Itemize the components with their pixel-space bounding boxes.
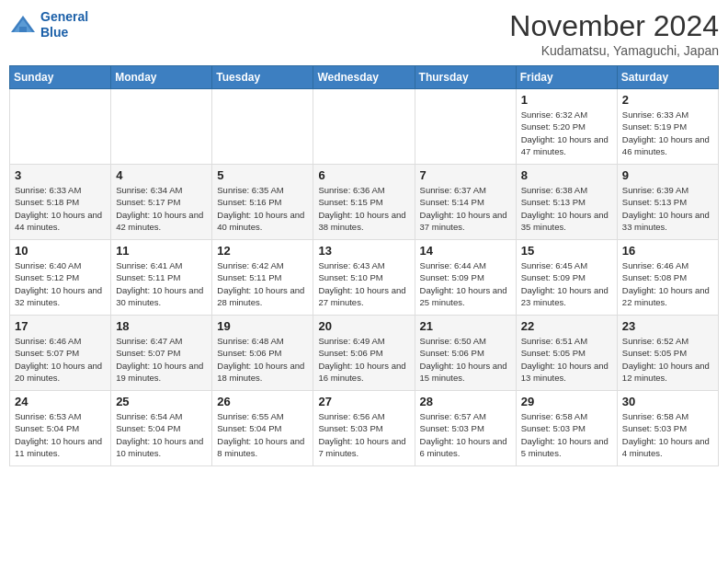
day-detail: Sunrise: 6:58 AM Sunset: 5:03 PM Dayligh… <box>622 410 713 459</box>
day-number: 2 <box>622 93 713 107</box>
day-number: 20 <box>318 319 409 333</box>
day-detail: Sunrise: 6:52 AM Sunset: 5:05 PM Dayligh… <box>622 335 713 384</box>
calendar-cell: 27Sunrise: 6:56 AM Sunset: 5:03 PM Dayli… <box>313 391 415 466</box>
title-block: November 2024 Kudamatsu, Yamaguchi, Japa… <box>509 9 719 58</box>
calendar-cell: 17Sunrise: 6:46 AM Sunset: 5:07 PM Dayli… <box>10 316 111 391</box>
weekday-header: Friday <box>516 66 617 89</box>
calendar-cell: 10Sunrise: 6:40 AM Sunset: 5:12 PM Dayli… <box>10 240 111 316</box>
day-detail: Sunrise: 6:56 AM Sunset: 5:03 PM Dayligh… <box>318 410 409 459</box>
calendar-cell <box>10 89 111 165</box>
calendar-cell <box>111 89 212 165</box>
day-number: 29 <box>521 395 612 408</box>
calendar-cell: 18Sunrise: 6:47 AM Sunset: 5:07 PM Dayli… <box>111 316 212 391</box>
calendar-cell: 4Sunrise: 6:34 AM Sunset: 5:17 PM Daylig… <box>111 165 212 240</box>
logo: General Blue <box>9 9 88 40</box>
day-number: 10 <box>15 244 106 258</box>
day-number: 24 <box>15 395 106 408</box>
day-number: 19 <box>217 319 308 333</box>
day-number: 4 <box>116 168 207 182</box>
day-detail: Sunrise: 6:32 AM Sunset: 5:20 PM Dayligh… <box>521 109 612 157</box>
weekday-header: Wednesday <box>313 66 415 89</box>
day-number: 11 <box>116 244 207 258</box>
day-number: 3 <box>15 168 106 182</box>
day-number: 1 <box>521 93 612 107</box>
calendar-cell: 12Sunrise: 6:42 AM Sunset: 5:11 PM Dayli… <box>212 240 313 316</box>
calendar-cell: 15Sunrise: 6:45 AM Sunset: 5:09 PM Dayli… <box>516 240 617 316</box>
calendar-table: SundayMondayTuesdayWednesdayThursdayFrid… <box>9 65 719 466</box>
day-detail: Sunrise: 6:39 AM Sunset: 5:13 PM Dayligh… <box>622 184 713 233</box>
day-detail: Sunrise: 6:46 AM Sunset: 5:08 PM Dayligh… <box>622 259 713 308</box>
day-detail: Sunrise: 6:55 AM Sunset: 5:04 PM Dayligh… <box>217 410 308 459</box>
day-detail: Sunrise: 6:40 AM Sunset: 5:12 PM Dayligh… <box>15 259 106 308</box>
day-number: 28 <box>420 395 511 408</box>
day-detail: Sunrise: 6:37 AM Sunset: 5:14 PM Dayligh… <box>420 184 511 233</box>
calendar-cell <box>313 89 415 165</box>
day-detail: Sunrise: 6:34 AM Sunset: 5:17 PM Dayligh… <box>116 184 207 233</box>
calendar-cell: 28Sunrise: 6:57 AM Sunset: 5:03 PM Dayli… <box>415 391 516 466</box>
calendar-cell: 7Sunrise: 6:37 AM Sunset: 5:14 PM Daylig… <box>415 165 516 240</box>
calendar-cell: 5Sunrise: 6:35 AM Sunset: 5:16 PM Daylig… <box>212 165 313 240</box>
calendar-cell: 21Sunrise: 6:50 AM Sunset: 5:06 PM Dayli… <box>415 316 516 391</box>
day-number: 25 <box>116 395 207 408</box>
day-detail: Sunrise: 6:41 AM Sunset: 5:11 PM Dayligh… <box>116 259 207 308</box>
calendar-cell: 26Sunrise: 6:55 AM Sunset: 5:04 PM Dayli… <box>212 391 313 466</box>
weekday-header: Monday <box>111 66 212 89</box>
day-detail: Sunrise: 6:46 AM Sunset: 5:07 PM Dayligh… <box>15 335 106 384</box>
calendar-cell <box>415 89 516 165</box>
day-detail: Sunrise: 6:57 AM Sunset: 5:03 PM Dayligh… <box>420 410 511 459</box>
day-detail: Sunrise: 6:53 AM Sunset: 5:04 PM Dayligh… <box>15 410 106 459</box>
calendar-cell: 24Sunrise: 6:53 AM Sunset: 5:04 PM Dayli… <box>10 391 111 466</box>
calendar-cell: 30Sunrise: 6:58 AM Sunset: 5:03 PM Dayli… <box>617 391 718 466</box>
day-number: 16 <box>622 244 713 258</box>
day-detail: Sunrise: 6:47 AM Sunset: 5:07 PM Dayligh… <box>116 335 207 384</box>
day-detail: Sunrise: 6:48 AM Sunset: 5:06 PM Dayligh… <box>217 335 308 384</box>
calendar-cell: 16Sunrise: 6:46 AM Sunset: 5:08 PM Dayli… <box>617 240 718 316</box>
calendar-cell: 19Sunrise: 6:48 AM Sunset: 5:06 PM Dayli… <box>212 316 313 391</box>
day-number: 7 <box>420 168 511 182</box>
day-detail: Sunrise: 6:58 AM Sunset: 5:03 PM Dayligh… <box>521 410 612 459</box>
day-detail: Sunrise: 6:45 AM Sunset: 5:09 PM Dayligh… <box>521 259 612 308</box>
day-detail: Sunrise: 6:33 AM Sunset: 5:19 PM Dayligh… <box>622 109 713 157</box>
day-number: 26 <box>217 395 308 408</box>
calendar-cell: 23Sunrise: 6:52 AM Sunset: 5:05 PM Dayli… <box>617 316 718 391</box>
day-number: 21 <box>420 319 511 333</box>
svg-rect-2 <box>19 27 27 32</box>
calendar-cell: 8Sunrise: 6:38 AM Sunset: 5:13 PM Daylig… <box>516 165 617 240</box>
page-header: General Blue November 2024 Kudamatsu, Ya… <box>9 9 719 58</box>
day-detail: Sunrise: 6:38 AM Sunset: 5:13 PM Dayligh… <box>521 184 612 233</box>
calendar-cell: 1Sunrise: 6:32 AM Sunset: 5:20 PM Daylig… <box>516 89 617 165</box>
calendar-cell: 3Sunrise: 6:33 AM Sunset: 5:18 PM Daylig… <box>10 165 111 240</box>
day-detail: Sunrise: 6:33 AM Sunset: 5:18 PM Dayligh… <box>15 184 106 233</box>
day-number: 5 <box>217 168 308 182</box>
weekday-header: Thursday <box>415 66 516 89</box>
day-number: 17 <box>15 319 106 333</box>
weekday-header: Sunday <box>10 66 111 89</box>
calendar-cell: 14Sunrise: 6:44 AM Sunset: 5:09 PM Dayli… <box>415 240 516 316</box>
calendar-cell: 11Sunrise: 6:41 AM Sunset: 5:11 PM Dayli… <box>111 240 212 316</box>
day-number: 15 <box>521 244 612 258</box>
day-number: 13 <box>318 244 409 258</box>
location: Kudamatsu, Yamaguchi, Japan <box>509 43 719 58</box>
day-detail: Sunrise: 6:50 AM Sunset: 5:06 PM Dayligh… <box>420 335 511 384</box>
day-detail: Sunrise: 6:44 AM Sunset: 5:09 PM Dayligh… <box>420 259 511 308</box>
calendar-cell: 20Sunrise: 6:49 AM Sunset: 5:06 PM Dayli… <box>313 316 415 391</box>
day-number: 18 <box>116 319 207 333</box>
day-detail: Sunrise: 6:35 AM Sunset: 5:16 PM Dayligh… <box>217 184 308 233</box>
day-number: 23 <box>622 319 713 333</box>
logo-icon <box>9 14 37 36</box>
day-number: 22 <box>521 319 612 333</box>
day-detail: Sunrise: 6:49 AM Sunset: 5:06 PM Dayligh… <box>318 335 409 384</box>
day-detail: Sunrise: 6:36 AM Sunset: 5:15 PM Dayligh… <box>318 184 409 233</box>
weekday-header: Saturday <box>617 66 718 89</box>
day-detail: Sunrise: 6:54 AM Sunset: 5:04 PM Dayligh… <box>116 410 207 459</box>
calendar-cell: 9Sunrise: 6:39 AM Sunset: 5:13 PM Daylig… <box>617 165 718 240</box>
day-number: 27 <box>318 395 409 408</box>
month-title: November 2024 <box>509 9 719 43</box>
day-detail: Sunrise: 6:42 AM Sunset: 5:11 PM Dayligh… <box>217 259 308 308</box>
calendar-cell: 2Sunrise: 6:33 AM Sunset: 5:19 PM Daylig… <box>617 89 718 165</box>
day-number: 8 <box>521 168 612 182</box>
calendar-cell: 25Sunrise: 6:54 AM Sunset: 5:04 PM Dayli… <box>111 391 212 466</box>
calendar-cell: 13Sunrise: 6:43 AM Sunset: 5:10 PM Dayli… <box>313 240 415 316</box>
day-number: 12 <box>217 244 308 258</box>
day-number: 6 <box>318 168 409 182</box>
